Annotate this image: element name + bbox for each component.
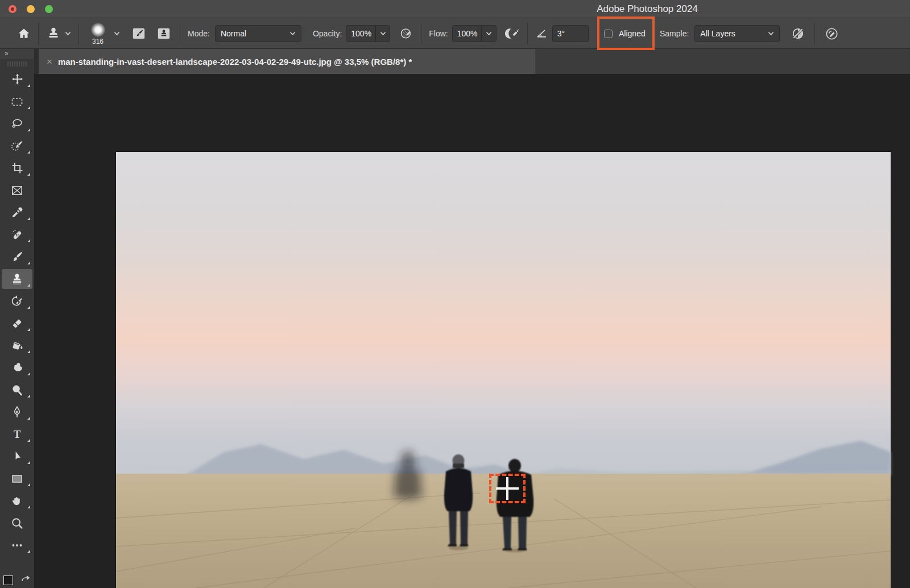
ghost-figure xyxy=(394,451,422,499)
tool-smudge[interactable] xyxy=(0,357,34,379)
chevron-down-icon xyxy=(768,31,774,36)
object-selection-tool-icon xyxy=(10,139,24,153)
opacity-dropdown-button[interactable] xyxy=(375,25,390,42)
title-bar: Adobe Photoshop 2024 xyxy=(0,0,910,18)
flyout-triangle xyxy=(27,106,30,109)
tool-rectangle[interactable] xyxy=(0,467,34,490)
toggle-clone-source-panel-button[interactable] xyxy=(155,26,172,42)
document-tab[interactable]: × man-standing-in-vast-desert-landscape-… xyxy=(39,49,535,74)
ignore-adjustment-layers-icon[interactable] xyxy=(791,26,805,41)
hand-tool-icon xyxy=(10,494,24,508)
flyout-triangle xyxy=(27,328,30,331)
move-tool-icon xyxy=(11,73,24,86)
mode-label: Mode: xyxy=(188,29,210,38)
tool-history-brush[interactable] xyxy=(0,290,34,312)
sample-dropdown[interactable]: All Layers xyxy=(694,25,780,42)
angle-input[interactable]: 3° xyxy=(552,25,589,42)
flyout-triangle xyxy=(27,217,30,220)
man-middle xyxy=(444,454,473,550)
tools-panel-grip[interactable] xyxy=(0,59,34,68)
type-tool-icon: T xyxy=(10,428,24,441)
brush-size-value: 316 xyxy=(92,38,104,45)
zoom-tool-icon xyxy=(10,516,24,530)
opacity-input[interactable]: 100% xyxy=(346,25,375,42)
tool-zoom[interactable] xyxy=(0,512,34,534)
chevron-down-icon xyxy=(65,31,71,36)
canvas-workspace xyxy=(34,74,910,588)
tool-frame[interactable] xyxy=(0,179,34,201)
brush-preset-picker[interactable]: 316 xyxy=(86,23,109,45)
eraser-tool-icon xyxy=(10,317,24,330)
tool-edit-toolbar[interactable] xyxy=(0,534,34,556)
tool-options-bar: 316 Mode: Normal Opacity: 100% xyxy=(0,18,910,49)
tool-type[interactable]: T xyxy=(0,423,34,445)
svg-text:T: T xyxy=(14,428,21,440)
tool-lasso[interactable] xyxy=(0,113,34,135)
swap-colors-icon[interactable] xyxy=(20,575,31,585)
ellipsis-icon xyxy=(10,539,24,552)
brush-tool-icon xyxy=(10,250,24,264)
tool-move[interactable] xyxy=(0,68,34,90)
sample-value: All Layers xyxy=(700,29,735,38)
photo-canvas[interactable] xyxy=(116,152,891,588)
tool-rectangular-marquee[interactable] xyxy=(0,90,34,113)
frame-tool-icon xyxy=(10,184,24,197)
document-tab-bar: × man-standing-in-vast-desert-landscape-… xyxy=(34,49,910,74)
tool-hand[interactable] xyxy=(0,490,34,512)
options-right-icons xyxy=(791,18,839,49)
tools-panel: » xyxy=(0,49,34,588)
tool-brush[interactable] xyxy=(0,246,34,268)
tool-eyedropper[interactable] xyxy=(0,201,34,223)
tool-eraser[interactable] xyxy=(0,312,34,334)
lasso-tool-icon xyxy=(10,117,24,131)
pressure-size-icon[interactable] xyxy=(824,26,839,42)
flow-input[interactable]: 100% xyxy=(452,25,482,42)
tool-object-selection[interactable] xyxy=(0,135,34,157)
grip-icon xyxy=(7,61,27,67)
tool-crop[interactable] xyxy=(0,157,34,179)
opacity-control: 100% xyxy=(346,25,390,42)
tool-paint-bucket[interactable] xyxy=(0,334,34,357)
aligned-checkbox[interactable] xyxy=(604,30,613,38)
sample-option: Sample: All Layers xyxy=(660,18,780,49)
flow-label: Flow: xyxy=(429,29,448,38)
flow-control: 100% xyxy=(452,25,497,42)
flyout-triangle xyxy=(27,239,30,242)
tool-dodge[interactable] xyxy=(0,379,34,401)
flyout-triangle xyxy=(27,173,30,176)
paint-bucket-tool-icon xyxy=(10,339,24,353)
flyout-triangle xyxy=(27,129,30,131)
tool-spot-healing-brush[interactable] xyxy=(0,223,34,246)
zoom-window-button[interactable] xyxy=(45,5,53,13)
minimize-window-button[interactable] xyxy=(27,5,35,13)
toggle-brush-settings-panel-button[interactable] xyxy=(130,26,147,42)
close-window-button[interactable] xyxy=(9,5,16,13)
flyout-triangle xyxy=(27,151,30,154)
collapse-tools-panel-button[interactable]: » xyxy=(0,49,34,59)
airbrush-icon[interactable] xyxy=(505,26,520,41)
path-selection-tool-icon xyxy=(11,450,24,463)
flyout-triangle xyxy=(27,372,30,375)
tool-path-selection[interactable] xyxy=(0,445,34,467)
main-row: » xyxy=(0,49,910,588)
mode-dropdown[interactable]: Normal xyxy=(215,25,301,42)
pressure-opacity-icon[interactable] xyxy=(399,26,413,40)
chevron-down-icon[interactable] xyxy=(114,31,120,36)
tab-bar-empty-space xyxy=(535,49,910,74)
flow-dropdown-button[interactable] xyxy=(482,25,497,42)
crosshair-icon xyxy=(506,477,508,500)
rectangle-tool-icon xyxy=(10,472,24,486)
home-icon[interactable] xyxy=(17,27,31,40)
foreground-color-swatch[interactable] xyxy=(3,575,13,585)
tool-clone-stamp[interactable] xyxy=(0,268,34,290)
tool-pen[interactable] xyxy=(0,401,34,423)
aligned-option: Aligned xyxy=(604,18,646,49)
divider xyxy=(180,23,180,44)
chevron-down-icon xyxy=(380,31,386,36)
soft-brush-preview-icon xyxy=(91,23,105,37)
eyedropper-tool-icon xyxy=(11,206,24,219)
marquee-tool-icon xyxy=(10,95,24,109)
tool-preset-stamp-icon[interactable] xyxy=(46,26,71,41)
close-tab-icon[interactable]: × xyxy=(47,57,52,67)
chevron-down-icon xyxy=(289,31,296,36)
